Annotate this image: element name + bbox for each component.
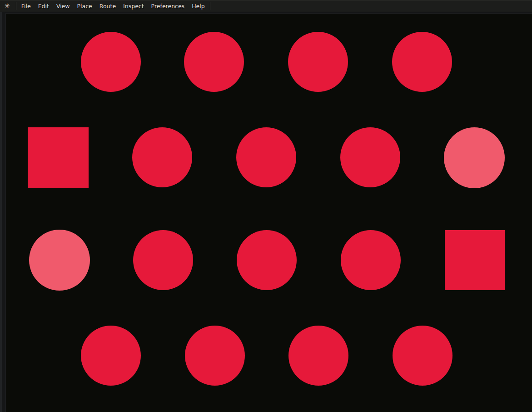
pad-circle[interactable] [132, 127, 192, 187]
pad-circle[interactable] [184, 32, 244, 92]
app-window-icon: ✳ [5, 0, 10, 12]
pad-square[interactable] [28, 127, 89, 188]
pads-layer [0, 0, 532, 412]
menubar: ✳ File Edit View Place Route Inspect Pre… [0, 0, 532, 12]
menubar-separator [210, 2, 210, 10]
pad-circle[interactable] [237, 230, 297, 290]
window-edge-strip [0, 12, 2, 412]
menu-item-view[interactable]: View [53, 0, 74, 12]
pad-circle[interactable] [288, 326, 348, 386]
pad-circle[interactable] [81, 32, 141, 92]
pad-circle[interactable] [81, 326, 141, 386]
pad-circle[interactable] [133, 230, 193, 290]
pad-circle[interactable] [341, 230, 401, 290]
menu-item-inspect[interactable]: Inspect [119, 0, 148, 12]
pad-circle[interactable] [393, 326, 452, 386]
menubar-separator [16, 2, 16, 10]
menu-item-place[interactable]: Place [74, 0, 96, 12]
pad-square[interactable] [445, 230, 505, 290]
pad-circle[interactable] [340, 127, 400, 187]
pad-circle-highlighted[interactable] [444, 127, 505, 188]
pad-circle[interactable] [288, 32, 348, 92]
menu-item-preferences[interactable]: Preferences [148, 0, 189, 12]
menu-item-edit[interactable]: Edit [35, 0, 53, 12]
pad-circle[interactable] [392, 32, 452, 92]
menu-item-route[interactable]: Route [96, 0, 119, 12]
pad-circle-highlighted[interactable] [29, 230, 90, 291]
pad-circle[interactable] [236, 127, 296, 187]
menu-item-help[interactable]: Help [188, 0, 209, 12]
app-window: ✳ File Edit View Place Route Inspect Pre… [0, 0, 532, 412]
menu-item-file[interactable]: File [18, 0, 35, 12]
pad-circle[interactable] [185, 326, 245, 386]
